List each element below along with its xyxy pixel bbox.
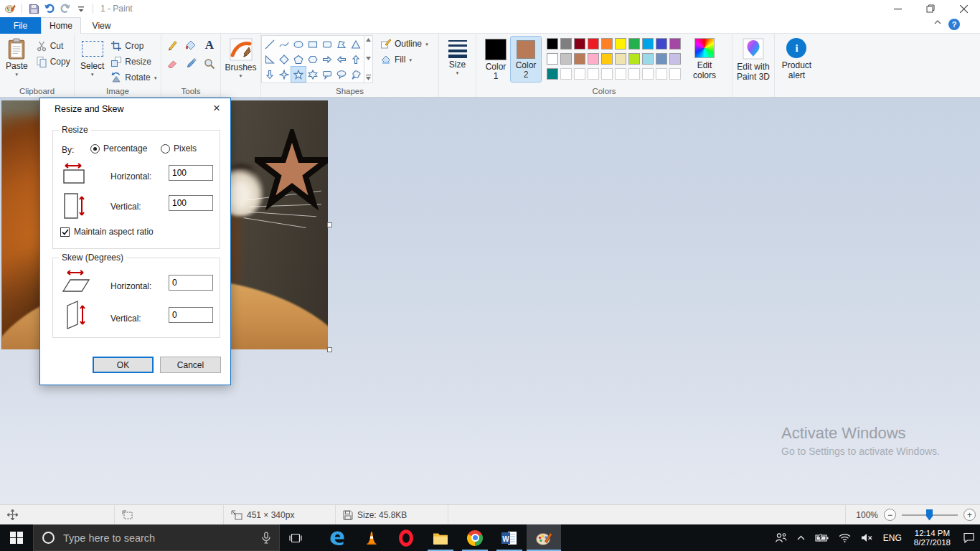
palette-swatch-00a2e8[interactable] [642,38,654,50]
skew-vertical-input[interactable] [169,307,213,323]
percentage-radio[interactable]: Percentage [90,143,147,154]
shapes-scroll-up-button[interactable] [366,38,371,42]
shape-rounded-callout[interactable] [320,67,334,82]
palette-swatch-880015[interactable] [574,38,585,50]
canvas-resize-handle-right[interactable] [327,222,332,227]
taskbar-app-chrome[interactable] [458,524,492,551]
crop-button[interactable]: Crop [108,38,159,53]
taskbar-app-explorer[interactable] [423,524,458,551]
palette-swatch-99d9ea[interactable] [642,53,654,65]
shape-diamond[interactable] [277,52,291,67]
ok-button[interactable]: OK [93,357,154,373]
palette-swatch-empty[interactable] [588,68,599,80]
start-button[interactable] [0,524,33,551]
color1-button[interactable]: Color1 [481,37,511,83]
customize-qat-button[interactable] [75,3,87,14]
palette-swatch-empty[interactable] [574,68,585,80]
shape-cloud-callout[interactable] [349,67,363,82]
fill-button[interactable]: Fill ▼ [380,54,429,65]
zoom-slider[interactable] [902,509,958,522]
palette-swatch-fff200[interactable] [615,38,626,50]
shape-oval[interactable] [291,37,306,52]
shape-rounded-rectangle[interactable] [320,37,334,52]
eraser-tool-button[interactable] [164,55,181,72]
palette-swatch-empty[interactable] [628,68,640,80]
outline-button[interactable]: Outline ▼ [380,38,429,50]
palette-swatch-22b14c[interactable] [628,38,640,50]
canvas-resize-handle-corner[interactable] [327,347,332,352]
color2-button[interactable]: Color2 [511,37,541,82]
taskbar-search-box[interactable] [33,524,280,551]
shape-six-point-star[interactable] [306,67,320,82]
clock[interactable]: 12:14 PM 8/27/2018 [907,524,958,551]
shape-curve[interactable] [277,37,291,52]
pixels-radio[interactable]: Pixels [161,143,197,154]
palette-swatch-empty[interactable] [642,68,654,80]
restore-button[interactable] [914,0,947,17]
search-input[interactable] [63,532,253,544]
taskbar-app-vlc[interactable] [354,524,389,551]
shape-five-point-star[interactable] [291,67,306,82]
palette-swatch-empty[interactable] [669,68,681,80]
paste-button[interactable]: Paste ▼ [3,37,31,85]
text-tool-button[interactable]: A [201,37,218,54]
shape-left-arrow[interactable] [334,52,349,67]
shapes-scroll-down-button[interactable] [366,57,371,60]
color-picker-tool-button[interactable] [182,55,199,72]
resize-vertical-input[interactable] [169,195,213,211]
language-indicator[interactable]: ENG [878,524,907,551]
palette-swatch-c8bfe7[interactable] [669,53,681,65]
resize-button[interactable]: Resize [108,54,159,69]
product-alert-button[interactable]: i Productalert [779,37,814,82]
shape-right-arrow[interactable] [320,52,334,67]
palette-swatch-efe4b0[interactable] [615,53,626,65]
shape-four-point-star[interactable] [277,67,291,82]
palette-swatch-b5e61d[interactable] [628,53,640,65]
shape-up-arrow[interactable] [349,52,363,67]
palette-swatch-ed1c24[interactable] [588,38,599,50]
palette-swatch-ffffff[interactable] [547,53,558,65]
redo-button[interactable] [60,3,71,14]
size-button[interactable]: Size ▼ [445,38,471,77]
palette-swatch-empty[interactable] [601,68,613,80]
shape-down-arrow[interactable] [263,67,277,82]
taskbar-app-word[interactable]: W [492,524,527,551]
palette-swatch-ffaec9[interactable] [588,53,599,65]
undo-button[interactable] [44,3,55,14]
palette-swatch-a349a4[interactable] [669,38,681,50]
resize-horizontal-input[interactable] [169,165,213,181]
palette-swatch-empty[interactable] [656,68,667,80]
taskbar-app-opera[interactable] [389,524,423,551]
action-center-icon[interactable] [958,524,980,551]
maintain-aspect-ratio-checkbox[interactable]: Maintain aspect ratio [60,227,154,237]
collapse-ribbon-button[interactable] [934,20,941,24]
volume-muted-icon[interactable] [856,524,878,551]
microphone-icon[interactable] [262,532,270,544]
palette-swatch-empty[interactable] [615,68,626,80]
shape-oval-callout[interactable] [334,67,349,82]
palette-swatch-c3c3c3[interactable] [560,53,572,65]
select-button[interactable]: Select ▼ [77,37,107,85]
shapes-more-button[interactable] [366,75,371,80]
palette-swatch-ffc90e[interactable] [601,53,613,65]
people-icon[interactable] [770,524,792,551]
cancel-button[interactable]: Cancel [160,357,221,373]
tab-home[interactable]: Home [41,17,81,34]
tab-view[interactable]: View [81,17,122,34]
pencil-tool-button[interactable] [164,37,181,54]
hidden-icons-chevron[interactable] [792,524,810,551]
minimize-button[interactable] [881,0,914,17]
skew-horizontal-input[interactable] [169,275,213,291]
close-button[interactable] [947,0,980,17]
brushes-button[interactable]: Brushes ▼ [222,37,259,80]
palette-swatch-ff7f27[interactable] [601,38,613,50]
palette-swatch-b97a57[interactable] [574,53,585,65]
shape-rectangle[interactable] [306,37,320,52]
help-button[interactable]: ? [948,19,960,30]
palette-swatch-empty[interactable] [560,68,572,80]
shape-triangle[interactable] [349,37,363,52]
battery-icon[interactable] [810,524,834,551]
shape-right-triangle[interactable] [263,52,277,67]
palette-swatch-7f7f7f[interactable] [560,38,572,50]
edit-colors-button[interactable]: Editcolors [686,37,723,80]
